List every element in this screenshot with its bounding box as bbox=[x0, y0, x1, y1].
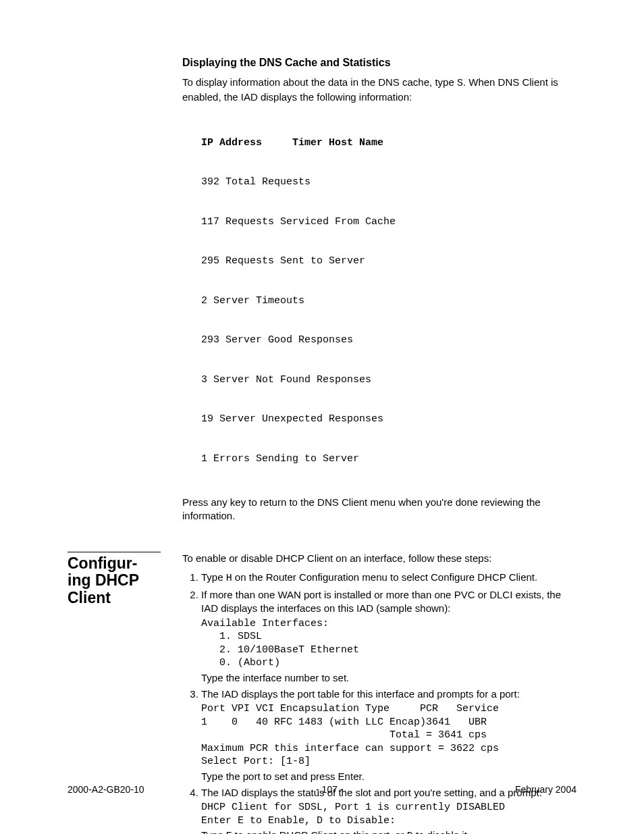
title-line: ing DHCP bbox=[68, 571, 139, 589]
step-3-code: Port VPI VCI Encapsulation Type PCR Serv… bbox=[201, 702, 576, 768]
step-4-after-c: to disable it. bbox=[413, 829, 470, 834]
step-4-after-b: to enable DHCP Client on this port, or bbox=[232, 829, 407, 834]
step-4-code: DHCP Client for SDSL, Port 1 is currentl… bbox=[201, 801, 576, 827]
dns-intro: To display information about the data in… bbox=[182, 76, 576, 105]
title-line: Configur- bbox=[68, 554, 137, 572]
step-4-after-a: Type bbox=[201, 829, 226, 834]
step-3: The IAD displays the port table for this… bbox=[201, 687, 576, 783]
title-line: Client bbox=[68, 589, 111, 606]
page: Displaying the DNS Cache and Statistics … bbox=[0, 0, 644, 834]
section-rule bbox=[68, 552, 161, 552]
dns-code-line: 392 Total Requests bbox=[201, 176, 576, 189]
step-2-text: If more than one WAN port is installed o… bbox=[201, 589, 561, 614]
dns-code-line: 2 Server Timeouts bbox=[201, 294, 576, 308]
dns-code-line: 295 Requests Sent to Server bbox=[201, 255, 576, 268]
step-1-b: on the Router Configuration menu to sele… bbox=[232, 571, 537, 583]
dns-intro-code: S bbox=[457, 78, 463, 89]
dns-code-header: IP Address Timer Host Name bbox=[201, 136, 576, 150]
step-2: If more than one WAN port is installed o… bbox=[201, 588, 576, 685]
dns-code-line: 117 Requests Serviced From Cache bbox=[201, 215, 576, 229]
step-4-code-d: D bbox=[407, 831, 413, 834]
dns-heading: Displaying the DNS Cache and Statistics bbox=[182, 57, 576, 69]
step-4-code-e: E bbox=[226, 831, 232, 834]
dns-intro-a: To display information about the data in… bbox=[182, 76, 457, 88]
footer-right: February 2004 bbox=[515, 784, 576, 795]
dns-code-line: 3 Server Not Found Responses bbox=[201, 373, 576, 387]
dns-code-line: 1 Errors Sending to Server bbox=[201, 452, 576, 466]
section-title: Configur- ing DHCP Client bbox=[68, 555, 182, 607]
step-1: Type H on the Router Configuration menu … bbox=[201, 571, 576, 585]
section-dns-cache: Displaying the DNS Cache and Statistics … bbox=[68, 57, 576, 529]
step-1-code: H bbox=[226, 573, 232, 584]
dns-code-block: IP Address Timer Host Name 392 Total Req… bbox=[201, 110, 576, 492]
dhcp-intro: To enable or disable DHCP Client on an i… bbox=[182, 552, 576, 565]
dns-code-line: 19 Server Unexpected Responses bbox=[201, 413, 576, 426]
step-3-text: The IAD displays the port table for this… bbox=[201, 688, 520, 700]
step-1-a: Type bbox=[201, 571, 226, 583]
step-2-after: Type the interface number to set. bbox=[201, 672, 349, 683]
page-footer: 2000-A2-GB20-10 - 107 - February 2004 bbox=[68, 784, 576, 795]
dns-code-line: 293 Server Good Responses bbox=[201, 334, 576, 347]
footer-center: - 107 - bbox=[316, 784, 343, 795]
dns-outro: Press any key to return to the DNS Clien… bbox=[182, 496, 576, 523]
step-2-code: Available Interfaces: 1. SDSL 2. 10/100B… bbox=[201, 617, 576, 670]
footer-left: 2000-A2-GB20-10 bbox=[68, 784, 144, 795]
step-3-after: Type the port to set and press Enter. bbox=[201, 771, 365, 782]
